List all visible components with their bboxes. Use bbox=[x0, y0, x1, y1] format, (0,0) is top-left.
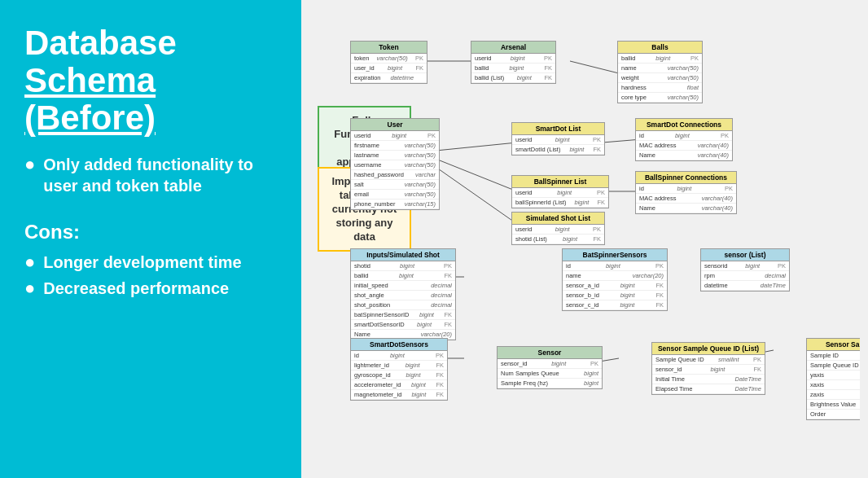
intro-bullet-section: ● Only added functionality to user and t… bbox=[24, 154, 277, 201]
schema-diagram: Fully Functioning with application Imple… bbox=[309, 8, 860, 470]
title-line2: Schema (Before) bbox=[24, 61, 156, 137]
table-sensor-sample-queue: Sensor Sample Queue ID (List) Sample Que… bbox=[651, 342, 765, 395]
cons-bullet-1: ● Longer development time bbox=[24, 252, 277, 273]
table-smartdot-sensors-header: SmartDotSensors bbox=[351, 339, 447, 351]
table-smartdot-connections-header: SmartDot Connections bbox=[636, 119, 732, 131]
title-line1: Database bbox=[24, 24, 177, 62]
table-inputs-simulated-shot-header: Inputs/Simulated Shot bbox=[351, 249, 455, 261]
right-panel: Fully Functioning with application Imple… bbox=[301, 0, 868, 478]
table-batspinner-sensors-header: BatSpinnerSensors bbox=[563, 249, 667, 261]
table-ballspinner-connections-header: BallSpinner Connections bbox=[636, 172, 736, 184]
svg-line-6 bbox=[436, 167, 517, 224]
cons-label: Cons: bbox=[24, 221, 277, 243]
svg-line-3 bbox=[436, 159, 517, 191]
table-balls: Balls ballidbigintPK namevarchar(50) wei… bbox=[617, 41, 703, 103]
cons-bullet-2: ● Decreased performance bbox=[24, 278, 277, 299]
table-sensor-sample-data: Sensor Sample Data Sample IDbigintPK Sam… bbox=[806, 338, 860, 420]
table-sensor: Sensor sensor_idbigintPK Num Samples Que… bbox=[497, 346, 603, 389]
table-token-header: Token bbox=[351, 42, 427, 54]
table-arsenal-header: Arsenal bbox=[471, 42, 555, 54]
table-sensor-list-header: sensor (List) bbox=[701, 249, 789, 261]
table-smartdot-list: SmartDot List useridbigintPK smartDotId … bbox=[511, 122, 605, 156]
table-inputs-simulated-shot: Inputs/Simulated Shot shotidbigintPK bal… bbox=[350, 248, 456, 340]
bullet-dot-1: ● bbox=[24, 154, 35, 175]
left-panel: Database Schema (Before) ● Only added fu… bbox=[0, 0, 301, 478]
table-simulated-shot-list: Simulated Shot List useridbigintPK shoti… bbox=[511, 212, 605, 245]
svg-line-2 bbox=[436, 143, 517, 151]
bullet-dot-2: ● bbox=[24, 252, 35, 273]
table-token: Token tokenvarchar(50)PK user_idbigintFK… bbox=[350, 41, 427, 84]
table-user-header: User bbox=[351, 119, 439, 131]
table-batspinner-sensors: BatSpinnerSensors idbigintPK namevarchar… bbox=[562, 248, 668, 311]
table-sensor-header: Sensor bbox=[498, 347, 602, 359]
table-smartdot-sensors: SmartDotSensors idbigintPK lightmeter_id… bbox=[350, 338, 448, 401]
page-title: Database Schema (Before) bbox=[24, 24, 277, 138]
svg-line-1 bbox=[570, 61, 619, 73]
table-ballspinner-connections: BallSpinner Connections idbigintPK MAC a… bbox=[635, 171, 737, 214]
table-simulated-shot-list-header: Simulated Shot List bbox=[512, 213, 604, 225]
table-balls-header: Balls bbox=[618, 42, 702, 54]
table-arsenal: Arsenal useridbigintPK ballidbigintFK ba… bbox=[471, 41, 556, 84]
intro-bullet: ● Only added functionality to user and t… bbox=[24, 154, 277, 196]
table-sensor-sample-data-header: Sensor Sample Data bbox=[807, 339, 860, 351]
table-user: User useridbigintPK firstnamevarchar(50)… bbox=[350, 118, 440, 210]
table-ballspinner-list-header: BallSpinner List bbox=[512, 176, 608, 188]
table-sensor-list: sensor (List) sensoridbigintPK rpmdecima… bbox=[700, 248, 790, 292]
table-sensor-sample-queue-header: Sensor Sample Queue ID (List) bbox=[652, 343, 765, 355]
cons-bullets: ● Longer development time ● Decreased pe… bbox=[24, 252, 277, 305]
cons-item-1: Longer development time bbox=[43, 252, 241, 273]
table-smartdot-list-header: SmartDot List bbox=[512, 123, 604, 135]
cons-item-2: Decreased performance bbox=[43, 278, 229, 299]
table-ballspinner-list: BallSpinner List useridbigintPK ballSpin… bbox=[511, 175, 609, 208]
bullet-dot-3: ● bbox=[24, 278, 35, 299]
table-smartdot-connections: SmartDot Connections idbigintPK MAC addr… bbox=[635, 118, 733, 161]
intro-bullet-text: Only added functionality to user and tok… bbox=[43, 154, 277, 196]
